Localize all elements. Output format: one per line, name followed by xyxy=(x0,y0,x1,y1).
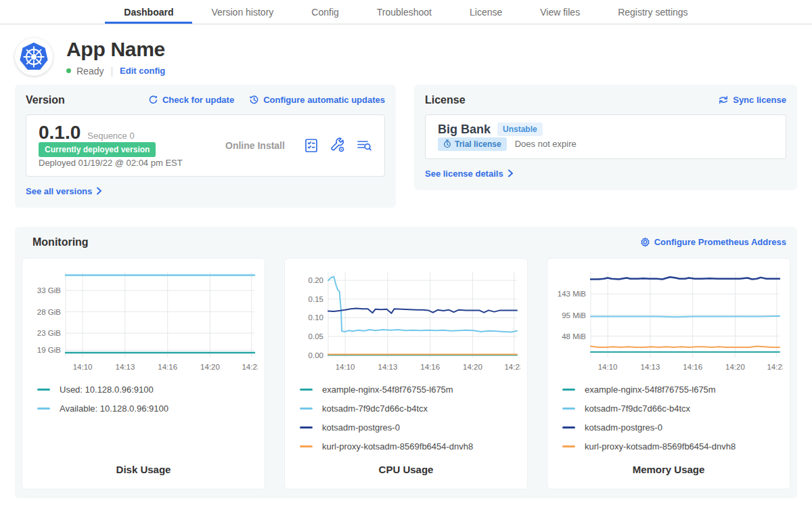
svg-text:14:16: 14:16 xyxy=(683,363,702,371)
legend-label: Used: 10.128.0.96:9100 xyxy=(60,385,154,395)
chevron-right-icon xyxy=(96,187,102,195)
deploy-logs-icon[interactable] xyxy=(356,137,372,154)
legend-item: Available: 10.128.0.96:9100 xyxy=(37,403,256,414)
legend-label: example-nginx-54f8f76755-l675m xyxy=(322,385,453,395)
top-nav: DashboardVersion historyConfigTroublesho… xyxy=(0,0,812,24)
deployed-badge: Currently deployed version xyxy=(39,142,156,157)
legend-label: kotsadm-7f9dc7d66c-b4tcx xyxy=(322,403,428,414)
legend-dash-icon xyxy=(562,408,575,410)
configure-prometheus-link[interactable]: Configure Prometheus Address xyxy=(640,237,786,247)
edit-config-link[interactable]: Edit config xyxy=(120,66,165,76)
divider: | xyxy=(109,66,114,76)
svg-text:0.20: 0.20 xyxy=(309,276,323,284)
legend-item: kotsadm-postgres-0 xyxy=(300,422,519,433)
svg-text:48 MiB: 48 MiB xyxy=(562,332,586,340)
monitoring-panel: Monitoring Configure Prometheus Address … xyxy=(15,227,797,498)
config-wrench-icon[interactable] xyxy=(330,137,346,154)
gear-icon xyxy=(640,237,650,247)
svg-text:95 MiB: 95 MiB xyxy=(562,311,586,319)
svg-text:0.10: 0.10 xyxy=(309,313,323,322)
refresh-icon xyxy=(148,95,158,105)
monitoring-title: Monitoring xyxy=(32,236,89,248)
legend-dash-icon xyxy=(300,408,313,410)
legend-item: kotsadm-7f9dc7d66c-b4tcx xyxy=(562,403,782,414)
legend-dash-icon xyxy=(562,426,575,429)
legend-label: kotsadm-7f9dc7d66c-b4tcx xyxy=(585,403,690,414)
legend-dash-icon xyxy=(300,389,313,391)
chart-title-cpu-usage: CPU Usage xyxy=(293,464,519,475)
tab-troubleshoot[interactable]: Troubleshoot xyxy=(358,0,451,24)
svg-text:0.00: 0.00 xyxy=(309,351,323,359)
kubernetes-icon xyxy=(18,41,49,72)
see-all-versions-link[interactable]: See all versions xyxy=(26,186,102,196)
svg-text:14:13: 14:13 xyxy=(641,363,660,371)
chart-plot: 14:1014:1314:1614:2014:230.200.150.100.0… xyxy=(293,267,520,375)
sync-license-link[interactable]: Sync license xyxy=(718,95,786,105)
legend-item: kurl-proxy-kotsadm-8569fb6454-dnvh8 xyxy=(300,441,519,452)
stopwatch-icon xyxy=(443,139,451,148)
legend-label: example-nginx-54f8f76755-l675m xyxy=(585,385,716,395)
license-customer-name: Big Bank xyxy=(438,123,491,137)
version-sequence: Sequence 0 xyxy=(87,131,134,141)
preflight-checks-icon[interactable] xyxy=(303,137,319,154)
tab-dashboard[interactable]: Dashboard xyxy=(105,0,192,24)
legend-label: kotsadm-postgres-0 xyxy=(322,422,400,433)
app-header: App Name Ready | Edit config xyxy=(0,24,812,76)
svg-text:14:23: 14:23 xyxy=(242,363,258,371)
legend-label: kurl-proxy-kotsadm-8569fb6454-dnvh8 xyxy=(585,441,736,452)
tab-license[interactable]: License xyxy=(451,0,521,24)
svg-text:14:20: 14:20 xyxy=(463,363,482,371)
svg-text:33 GiB: 33 GiB xyxy=(37,286,61,294)
tab-config[interactable]: Config xyxy=(292,0,357,24)
version-panel: Version Check for update Configure autom… xyxy=(15,85,396,208)
configure-automatic-updates-link[interactable]: Configure automatic updates xyxy=(249,95,385,105)
chart-plot: 14:1014:1314:1614:2014:2333 GiB28 GiB23 … xyxy=(30,267,258,375)
legend-dash-icon xyxy=(300,445,313,447)
license-panel: License Sync license Big Bank Unstable T… xyxy=(414,85,797,190)
legend-item: example-nginx-54f8f76755-l675m xyxy=(562,385,782,395)
svg-text:14:10: 14:10 xyxy=(336,363,355,371)
legend-label: Available: 10.128.0.96:9100 xyxy=(60,403,168,414)
chart-legend: example-nginx-54f8f76755-l675mkotsadm-7f… xyxy=(293,385,519,452)
svg-text:143 MiB: 143 MiB xyxy=(558,290,587,298)
app-logo xyxy=(15,38,53,76)
legend-label: kurl-proxy-kotsadm-8569fb6454-dnvh8 xyxy=(322,441,473,452)
tab-view-files[interactable]: View files xyxy=(521,0,599,24)
legend-item: kotsadm-postgres-0 xyxy=(562,422,782,433)
svg-text:0.05: 0.05 xyxy=(309,332,323,341)
check-for-update-link[interactable]: Check for update xyxy=(148,95,234,105)
tab-registry-settings[interactable]: Registry settings xyxy=(599,0,706,24)
svg-text:14:16: 14:16 xyxy=(158,363,177,371)
status-text: Ready xyxy=(76,66,104,76)
status-dot xyxy=(66,68,71,73)
version-number: 0.1.0 xyxy=(39,123,81,142)
svg-text:14:20: 14:20 xyxy=(200,363,220,371)
chart-card-cpu-usage: 14:1014:1314:1614:2014:230.200.150.100.0… xyxy=(284,258,528,489)
legend-dash-icon xyxy=(37,389,50,391)
svg-text:14:23: 14:23 xyxy=(767,363,783,371)
channel-badge: Unstable xyxy=(497,123,543,136)
svg-text:14:16: 14:16 xyxy=(420,363,440,371)
legend-dash-icon xyxy=(300,426,313,429)
svg-text:19 GiB: 19 GiB xyxy=(37,346,61,354)
tab-version-history[interactable]: Version history xyxy=(192,0,292,24)
see-license-details-link[interactable]: See license details xyxy=(425,169,514,179)
svg-text:0.15: 0.15 xyxy=(309,294,323,303)
license-type-badge: Trial license xyxy=(438,137,507,151)
chart-card-memory-usage: 14:1014:1314:1614:2014:23143 MiB95 MiB48… xyxy=(547,258,790,489)
svg-text:14:10: 14:10 xyxy=(73,363,93,371)
version-panel-title: Version xyxy=(26,94,65,106)
svg-text:14:13: 14:13 xyxy=(116,363,135,371)
chart-legend: example-nginx-54f8f76755-l675mkotsadm-7f… xyxy=(556,385,782,452)
legend-item: kurl-proxy-kotsadm-8569fb6454-dnvh8 xyxy=(562,441,782,452)
page-title: App Name xyxy=(66,38,165,62)
chart-title-disk-usage: Disk Usage xyxy=(30,464,256,475)
chart-card-disk-usage: 14:1014:1314:1614:2014:2333 GiB28 GiB23 … xyxy=(22,258,265,489)
clock-refresh-icon xyxy=(249,95,259,105)
svg-text:14:13: 14:13 xyxy=(378,363,398,371)
legend-item: example-nginx-54f8f76755-l675m xyxy=(300,385,519,395)
legend-dash-icon xyxy=(562,389,575,391)
sync-icon xyxy=(718,95,729,105)
chart-plot: 14:1014:1314:1614:2014:23143 MiB95 MiB48… xyxy=(556,267,783,375)
svg-text:23 GiB: 23 GiB xyxy=(37,329,61,337)
